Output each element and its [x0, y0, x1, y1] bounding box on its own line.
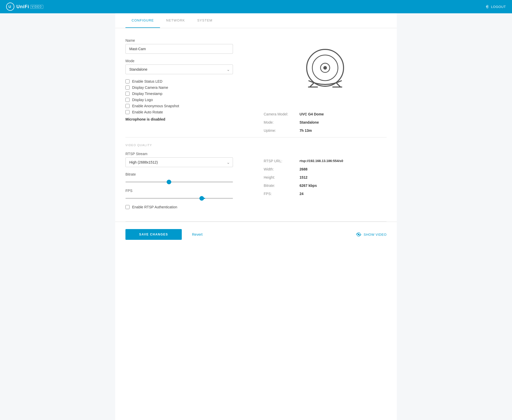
fps-slider[interactable] [125, 198, 233, 199]
form-right: Camera Model: UVC G4 Dome Mode: Standalo… [264, 38, 387, 135]
display-camera-name-label[interactable]: Display Camera Name [132, 85, 168, 90]
vq-left: RTSP Stream High (2688x1512) Medium (192… [125, 152, 248, 211]
rtsp-auth-label[interactable]: Enable RTSP Authentication [132, 205, 177, 209]
svg-text:U: U [8, 5, 11, 9]
vq-grid: RTSP Stream High (2688x1512) Medium (192… [125, 152, 387, 211]
rtsp-stream-label: RTSP Stream [125, 152, 248, 156]
model-label: Camera Model: [264, 112, 300, 116]
rtsp-bitrate-value: 6267 kbps [300, 184, 317, 188]
logout-button[interactable]: LOGOUT [485, 5, 506, 9]
enable-anonymous-snapshot-checkbox[interactable] [125, 104, 130, 108]
rtsp-auth-checkbox[interactable] [125, 205, 130, 209]
info-row-uptime: Uptime: 7h 13m [264, 126, 387, 135]
tab-system[interactable]: SYSTEM [191, 13, 218, 28]
uptime-value: 7h 13m [300, 128, 312, 133]
checkbox-enable-status-led: Enable Status LED [125, 79, 248, 83]
rtsp-height-value: 1512 [300, 175, 307, 179]
fps-slider-container: FPS [125, 189, 248, 200]
mode-select[interactable]: Standalone Managed [125, 64, 233, 74]
svg-line-5 [310, 83, 314, 87]
svg-point-4 [323, 66, 327, 70]
svg-line-6 [337, 83, 340, 87]
rtsp-height-row: Height: 1512 [264, 173, 387, 181]
show-video-icon [356, 232, 361, 236]
camera-svg [300, 44, 351, 95]
main-container: CONFIGURE NETWORK SYSTEM Name Mode Stand… [115, 13, 397, 420]
camera-mode-label: Mode: [264, 120, 300, 124]
header: U UniFi VIDEO LOGOUT [0, 0, 512, 13]
vq-divider [125, 137, 387, 137]
bitrate-slider[interactable] [125, 181, 233, 182]
rtsp-width-label: Width: [264, 167, 300, 171]
rtsp-info: RTSP URL: rtsp://192.168.13.186:554/s0 W… [264, 157, 387, 211]
enable-auto-rotate-label[interactable]: Enable Auto Rotate [132, 110, 163, 114]
ubiquiti-logo: U [6, 3, 14, 11]
camera-mode-value: Standalone [300, 120, 319, 124]
rtsp-fps-value: 24 [300, 192, 304, 196]
rtsp-url-label: RTSP URL: [264, 159, 300, 163]
save-changes-button[interactable]: SAVE CHANGES [125, 229, 182, 240]
camera-info-table: Camera Model: UVC G4 Dome Mode: Standalo… [264, 110, 387, 135]
fps-label: FPS [125, 189, 248, 193]
rtsp-width-value: 2688 [300, 167, 307, 171]
video-quality-section: VIDEO QUALITY RTSP Stream High (2688x151… [125, 137, 387, 211]
display-timestamp-checkbox[interactable] [125, 92, 130, 96]
enable-anonymous-snapshot-label[interactable]: Enable Anonymous Snapshot [132, 104, 179, 108]
name-input[interactable] [125, 44, 233, 54]
mode-label: Mode [125, 59, 248, 63]
form-left: Name Mode Standalone Managed ⌄ Enab [125, 38, 248, 135]
rtsp-url-row: RTSP URL: rtsp://192.168.13.186:554/s0 [264, 157, 387, 165]
rtsp-height-label: Height: [264, 175, 300, 179]
rtsp-bitrate-row: Bitrate: 6267 kbps [264, 181, 387, 190]
tab-nav: CONFIGURE NETWORK SYSTEM [115, 13, 397, 28]
name-field-group: Name [125, 38, 248, 54]
display-logo-label[interactable]: Display Logo [132, 98, 153, 102]
product-badge: VIDEO [30, 5, 43, 9]
bitrate-label: Bitrate [125, 172, 248, 176]
bitrate-slider-container: Bitrate [125, 172, 248, 184]
rtsp-stream-select-wrapper: High (2688x1512) Medium (1920x1080) Low … [125, 157, 233, 167]
show-video-label: SHOW VIDEO [364, 233, 387, 236]
rtsp-fps-label: FPS: [264, 192, 300, 196]
camera-illustration [300, 44, 351, 95]
rtsp-width-row: Width: 2688 [264, 165, 387, 173]
checkbox-display-logo: Display Logo [125, 98, 248, 102]
display-camera-name-checkbox[interactable] [125, 85, 130, 90]
tab-network[interactable]: NETWORK [160, 13, 191, 28]
checkbox-rtsp-auth: Enable RTSP Authentication [125, 205, 248, 209]
show-video-button[interactable]: SHOW VIDEO [356, 232, 387, 236]
checkbox-display-camera-name: Display Camera Name [125, 85, 248, 90]
display-logo-checkbox[interactable] [125, 98, 130, 102]
logout-label: LOGOUT [491, 5, 506, 9]
enable-status-led-label[interactable]: Enable Status LED [132, 79, 162, 83]
info-row-model: Camera Model: UVC G4 Dome [264, 110, 387, 118]
info-row-mode: Mode: Standalone [264, 118, 387, 126]
microphone-status: Microphone is disabled [125, 117, 248, 121]
checkbox-display-timestamp: Display Timestamp [125, 92, 248, 96]
mode-field-group: Mode Standalone Managed ⌄ [125, 59, 248, 74]
enable-auto-rotate-checkbox[interactable] [125, 110, 130, 114]
rtsp-stream-select[interactable]: High (2688x1512) Medium (1920x1080) Low … [125, 157, 233, 167]
tab-configure[interactable]: CONFIGURE [125, 13, 160, 28]
logo-area: U UniFi VIDEO [6, 3, 43, 11]
checkboxes-group: Enable Status LED Display Camera Name Di… [125, 79, 248, 114]
display-timestamp-label[interactable]: Display Timestamp [132, 92, 162, 96]
name-label: Name [125, 38, 248, 42]
model-value: UVC G4 Dome [300, 112, 324, 116]
rtsp-stream-field: RTSP Stream High (2688x1512) Medium (192… [125, 152, 248, 167]
checkbox-anonymous-snapshot: Enable Anonymous Snapshot [125, 104, 248, 108]
revert-button[interactable]: Revert [192, 232, 202, 236]
bottom-bar: SAVE CHANGES Revert SHOW VIDEO [115, 222, 397, 247]
brand-name: UniFi [16, 4, 29, 9]
content-area: Name Mode Standalone Managed ⌄ Enab [115, 28, 397, 221]
mode-select-wrapper: Standalone Managed ⌄ [125, 64, 233, 74]
u-icon: U [8, 4, 13, 9]
logout-icon [485, 5, 489, 9]
video-quality-title: VIDEO QUALITY [125, 144, 387, 147]
rtsp-url-value: rtsp://192.168.13.186:554/s0 [300, 159, 343, 163]
rtsp-fps-row: FPS: 24 [264, 190, 387, 198]
rtsp-bitrate-label: Bitrate: [264, 184, 300, 188]
uptime-label: Uptime: [264, 128, 300, 133]
enable-status-led-checkbox[interactable] [125, 79, 130, 83]
checkbox-auto-rotate: Enable Auto Rotate [125, 110, 248, 114]
